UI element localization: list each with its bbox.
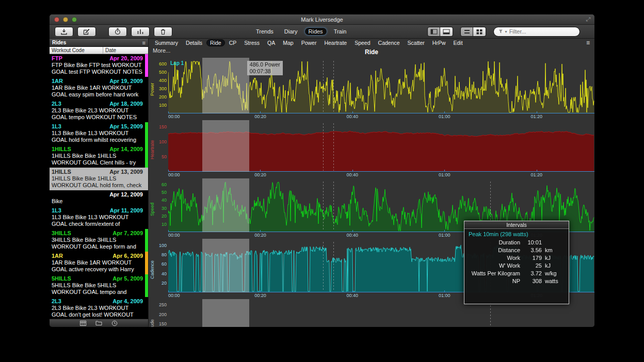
selection-band[interactable] <box>202 239 249 292</box>
tab-speed[interactable]: Speed <box>351 39 374 46</box>
tab-power[interactable]: Power <box>298 39 320 46</box>
ride-list-item[interactable]: 5HILLSApr 5, 20095HILLS Bike Bike 5HILLS… <box>50 274 148 297</box>
ride-list-item[interactable]: 1L3Apr 11, 20091L3 Bike Bike 1L3 WORKOUT… <box>50 206 148 229</box>
tab-scatter[interactable]: Scatter <box>404 39 428 46</box>
delete-ride-button[interactable] <box>154 27 172 37</box>
more-link[interactable]: More... <box>153 47 170 54</box>
toolbar-tab-diary[interactable]: Diary <box>280 27 302 36</box>
ride-list-item[interactable]: 1HILLSApr 13, 20091HILLS Bike Bike 1HILL… <box>50 168 148 190</box>
fullscreen-icon[interactable]: ⤢ <box>586 16 590 23</box>
chart-y-axis-label: Altitude <box>149 301 155 327</box>
toggle-left-sidebar-button[interactable] <box>427 27 440 37</box>
intervals-popup[interactable]: Intervals Peak 10min (298 watts) Duratio… <box>464 221 569 304</box>
workout-date: Apr 6, 2009 <box>112 253 143 259</box>
interval-stat-row: Distance3.56km <box>469 246 565 254</box>
ride-item-header: 2L3Apr 4, 2009 <box>52 298 143 305</box>
clock-icon[interactable] <box>111 320 118 326</box>
tab-cp[interactable]: CP <box>226 39 240 46</box>
tab-edit[interactable]: Edit <box>450 39 466 46</box>
tab-summary[interactable]: Summary <box>151 39 182 46</box>
x-tick-label: 00:40 <box>347 293 359 298</box>
y-tick-label: 200 <box>159 94 167 100</box>
filter-dropdown-icon[interactable]: ▾ <box>505 29 507 34</box>
y-tick-label: 400 <box>159 78 167 83</box>
tab-map[interactable]: Map <box>279 39 297 46</box>
ride-item-header: 1L3Apr 11, 2009 <box>52 207 143 214</box>
tooltip-time: 00:07:38 <box>250 68 280 75</box>
y-tick-label: 200 <box>159 312 167 317</box>
tab-details[interactable]: Details <box>182 39 206 46</box>
column-header-date[interactable]: Date <box>103 47 148 54</box>
selection-band[interactable] <box>202 120 249 172</box>
workout-date: Apr 19, 2009 <box>109 78 143 85</box>
toggle-bottom-bar-button[interactable] <box>440 27 453 37</box>
workout-code: 1HILLS <box>52 146 71 153</box>
ride-list-item[interactable]: 3HILLSApr 7, 20093HILLS Bike Bike 3HILLS… <box>50 229 148 252</box>
folder-icon[interactable] <box>95 320 102 326</box>
save-ride-button[interactable] <box>55 27 73 37</box>
analysis-menu-icon[interactable]: ≡ <box>586 39 592 46</box>
stat-unit: kJ <box>545 262 565 270</box>
chart-plot-power[interactable]: Lap 1486.0 Power00:07:38 <box>168 60 594 113</box>
titlebar[interactable]: Mark Liversedge ⤢ <box>50 14 594 25</box>
stopwatch-button[interactable] <box>108 27 127 37</box>
chart-plot-heartrate[interactable] <box>168 122 594 172</box>
ride-list-item[interactable]: 2L3Apr 4, 20092L3 Bike Bike 2L3 WORKOUT … <box>50 297 148 319</box>
minimize-window-icon[interactable] <box>63 17 68 22</box>
x-tick-label: 00:40 <box>347 114 359 119</box>
tab-ride[interactable]: Ride <box>206 39 225 46</box>
ride-view: SummaryDetailsRideCPStressQAMapPowerHear… <box>149 39 594 327</box>
close-window-icon[interactable] <box>54 17 59 22</box>
ride-list-item[interactable]: FTPApr 20, 2009FTP Bike Bike FTP test WO… <box>50 54 148 77</box>
chart-altitude: Altitude100150200250 <box>149 301 594 327</box>
selection-band[interactable] <box>202 178 249 232</box>
tab-hrpw[interactable]: HrPw <box>429 39 449 46</box>
zoom-window-icon[interactable] <box>72 17 77 22</box>
selection-band[interactable] <box>202 58 249 113</box>
tab-cadence[interactable]: Cadence <box>375 39 404 46</box>
toolbar-tab-rides[interactable]: Rides <box>304 27 327 36</box>
ride-item-header: 1ARApr 19, 2009 <box>52 78 143 85</box>
tiled-view-button[interactable] <box>473 27 486 37</box>
filter-input[interactable] <box>509 28 575 35</box>
ride-list-item[interactable]: 2L3Apr 18, 20092L3 Bike Bike 2L3 WORKOUT… <box>50 100 148 122</box>
ride-list-item[interactable]: 1ARApr 19, 20091AR Bike Bike 1AR WORKOUT… <box>50 77 148 100</box>
tab-stress[interactable]: Stress <box>240 39 263 46</box>
toolbar-tab-train[interactable]: Train <box>330 27 351 36</box>
workout-description: 1L3 Bike Bike 1L3 WORKOUT GOAL hold form… <box>52 130 143 143</box>
ride-item-header: 1L3Apr 15, 2009 <box>52 123 143 130</box>
stat-label: W' Work <box>469 262 520 270</box>
stat-value: 25 <box>523 262 542 270</box>
chart-plot-altitude[interactable] <box>168 301 594 327</box>
ride-list-item[interactable]: Apr 12, 2009Bike <box>50 190 148 206</box>
stacked-view-button[interactable] <box>460 27 473 37</box>
chart-y-axis-label: Cadence <box>149 241 155 298</box>
calendar-icon[interactable] <box>80 320 86 326</box>
stopwatch-icon <box>114 28 121 35</box>
edit-icon <box>83 28 90 35</box>
workout-description: 5HILLS Bike Bike 5HILLS WORKOUT GOAL tem… <box>52 282 143 295</box>
edit-ride-button[interactable] <box>77 27 96 37</box>
workout-code: 5HILLS <box>52 275 71 282</box>
chart-x-ticks: 00:0000:2000:4001:0001:20 <box>168 172 594 177</box>
column-header-workout-code[interactable]: Workout Code <box>50 47 103 54</box>
y-tick-label: 80 <box>162 252 167 257</box>
workout-color-stripe <box>145 54 148 77</box>
ride-list-item[interactable]: 1L3Apr 15, 20091L3 Bike Bike 1L3 WORKOUT… <box>50 122 148 145</box>
tab-heartrate[interactable]: Heartrate <box>320 39 350 46</box>
ride-list-item[interactable]: 1ARApr 6, 20091AR Bike Bike 1AR WORKOUT … <box>50 252 148 274</box>
workout-description: FTP Bike Bike FTP test WORKOUT GOAL test… <box>52 62 143 75</box>
ride-list[interactable]: FTPApr 20, 2009FTP Bike Bike FTP test WO… <box>50 54 148 319</box>
x-tick-label: 01:00 <box>439 233 450 238</box>
tab-qa[interactable]: QA <box>264 39 279 46</box>
intervals-button[interactable] <box>131 27 150 37</box>
toolbar-tab-trends[interactable]: Trends <box>252 27 278 36</box>
filter-field[interactable]: ▾ <box>493 27 580 37</box>
sidebar-bottom-bar <box>50 319 148 327</box>
sidebar-menu-icon[interactable]: ≡ <box>142 40 146 46</box>
selection-band[interactable] <box>202 299 249 327</box>
stat-value: 3.56 <box>523 246 542 254</box>
intervals-popup-title[interactable]: Intervals <box>464 221 569 229</box>
ride-list-item[interactable]: 1HILLSApr 14, 20091HILLS Bike Bike 1HILL… <box>50 145 148 168</box>
analysis-tabs: SummaryDetailsRideCPStressQAMapPowerHear… <box>149 39 594 47</box>
